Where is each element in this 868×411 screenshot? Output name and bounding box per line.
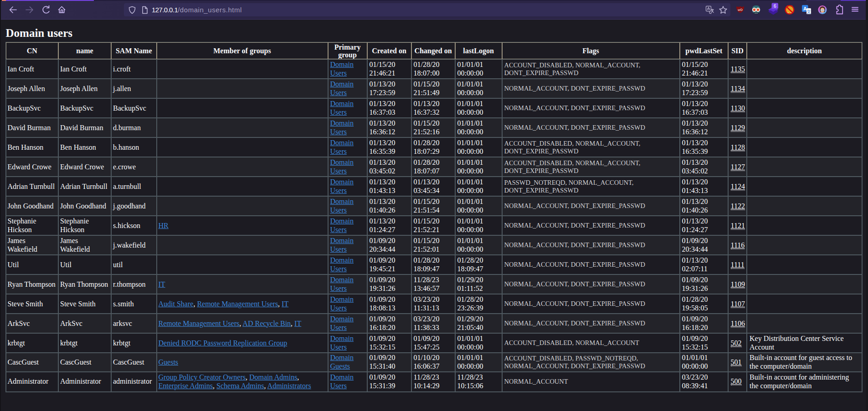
svg-text:文: 文 [807, 10, 811, 14]
svg-text:6: 6 [774, 4, 776, 9]
svg-text:uO: uO [738, 8, 743, 12]
